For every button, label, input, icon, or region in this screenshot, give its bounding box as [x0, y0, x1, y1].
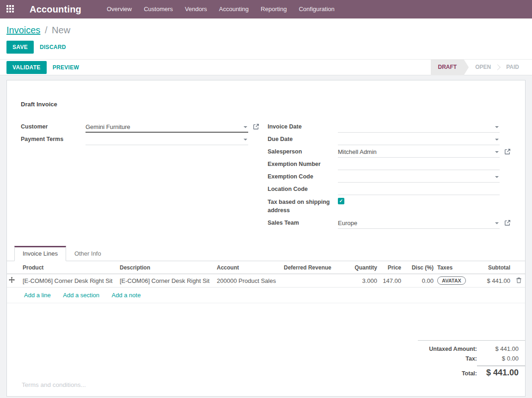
customer-input-wrap — [86, 122, 248, 133]
form-fields: Customer Payment Terms — [21, 122, 511, 230]
validate-button[interactable]: VALIDATE — [6, 61, 47, 74]
terms-section — [7, 380, 525, 396]
salesperson-label: Salesperson — [268, 147, 338, 155]
status-step-draft[interactable]: DRAFT — [431, 59, 469, 75]
invoice-lines-table: Product Description Account Deferred Rev… — [7, 261, 525, 288]
add-a-line-link[interactable]: Add a line — [24, 292, 51, 299]
due-date-label: Due Date — [268, 134, 338, 142]
field-customer: Customer — [21, 122, 268, 134]
payment-terms-input[interactable] — [86, 134, 241, 144]
sales-team-input[interactable] — [338, 218, 492, 227]
table-add-links: Add a line Add a section Add a note — [7, 288, 525, 303]
sales-team-label: Sales Team — [268, 218, 338, 226]
delete-column-header — [512, 261, 525, 274]
add-a-section-link[interactable]: Add a section — [63, 292, 99, 299]
nav-menu: Overview Customers Vendors Accounting Re… — [101, 0, 341, 18]
breadcrumb-separator: / — [45, 25, 48, 35]
col-product: Product — [21, 261, 118, 274]
status-step-paid[interactable]: PAID — [500, 59, 526, 75]
apps-grid-icon[interactable] — [6, 5, 15, 13]
chevron-down-icon[interactable] — [244, 139, 247, 141]
tab-other-info[interactable]: Other Info — [66, 246, 110, 261]
field-salesperson: Salesperson — [268, 147, 511, 159]
exemption-number-input[interactable] — [338, 159, 492, 169]
invoice-date-label: Invoice Date — [268, 122, 338, 130]
col-account: Account — [215, 261, 282, 274]
tax-shipping-checkbox[interactable]: ✓ — [338, 198, 344, 204]
table-row[interactable]: [E-COM06] Corner Desk Right Sit [E-COM06… — [7, 274, 525, 288]
untaxed-amount-value: $ 441.00 — [477, 345, 525, 352]
salesperson-external-link-icon[interactable] — [504, 148, 511, 155]
nav-item-accounting[interactable]: Accounting — [213, 0, 255, 18]
cell-deferred-revenue[interactable] — [282, 274, 342, 288]
cell-quantity[interactable]: 3.000 — [342, 274, 379, 288]
chevron-down-icon[interactable] — [244, 126, 247, 128]
nav-item-overview[interactable]: Overview — [101, 0, 138, 18]
sales-team-external-link-icon[interactable] — [504, 220, 511, 226]
exemption-code-label: Exemption Code — [268, 171, 338, 180]
col-taxes: Taxes — [435, 261, 476, 274]
cell-disc[interactable]: 0.00 — [403, 274, 435, 288]
chevron-down-icon[interactable] — [495, 176, 499, 178]
due-date-input[interactable] — [338, 134, 492, 144]
field-exemption-number: Exemption Number — [268, 159, 511, 171]
location-code-input[interactable] — [338, 184, 492, 194]
chevron-down-icon[interactable] — [495, 222, 499, 224]
tax-row: Tax: $ 0.00 — [418, 354, 525, 363]
cell-price[interactable]: 147.00 — [379, 274, 403, 288]
control-panel-buttons: SAVE DISCARD — [6, 41, 526, 54]
nav-item-customers[interactable]: Customers — [138, 0, 179, 18]
invoice-state-title: Draft Invoice — [21, 101, 511, 108]
breadcrumb: Invoices / New — [6, 25, 526, 36]
col-disc: Disc (%) — [403, 261, 435, 274]
save-button[interactable]: SAVE — [6, 41, 34, 54]
drag-handle-icon[interactable] — [7, 274, 21, 288]
chevron-down-icon[interactable] — [495, 126, 499, 128]
delete-line-trash-icon[interactable] — [512, 274, 525, 288]
due-date-input-wrap — [338, 134, 500, 145]
tax-badge[interactable]: AVATAX — [437, 276, 466, 285]
app-title[interactable]: Accounting — [30, 4, 81, 15]
totals-block: Untaxed Amount: $ 441.00 Tax: $ 0.00 Tot… — [418, 340, 525, 379]
status-step-open[interactable]: OPEN — [469, 59, 497, 75]
chevron-down-icon[interactable] — [495, 151, 499, 153]
breadcrumb-current: New — [52, 25, 70, 35]
nav-item-vendors[interactable]: Vendors — [179, 0, 213, 18]
payment-terms-label: Payment Terms — [21, 134, 86, 142]
breadcrumb-invoices-link[interactable]: Invoices — [6, 25, 40, 35]
salesperson-input[interactable] — [338, 147, 492, 156]
untaxed-amount-row: Untaxed Amount: $ 441.00 — [418, 344, 525, 354]
invoice-form-sheet: Draft Invoice Customer Payment Terms — [6, 80, 526, 397]
table-header-row: Product Description Account Deferred Rev… — [7, 261, 525, 274]
cell-product[interactable]: [E-COM06] Corner Desk Right Sit — [21, 274, 118, 288]
customer-external-link-icon[interactable] — [253, 123, 259, 130]
exemption-number-input-wrap — [338, 159, 500, 170]
cell-account[interactable]: 200000 Product Sales — [215, 274, 282, 288]
nav-item-configuration[interactable]: Configuration — [293, 0, 340, 18]
exemption-code-input[interactable] — [338, 171, 492, 181]
preview-button[interactable]: PREVIEW — [47, 61, 85, 74]
control-panel: Invoices / New SAVE DISCARD — [0, 18, 532, 59]
chevron-down-icon[interactable] — [495, 139, 499, 141]
customer-input[interactable] — [86, 122, 241, 131]
customer-label: Customer — [21, 122, 86, 130]
invoice-date-input-wrap — [338, 122, 500, 133]
top-navbar: Accounting Overview Customers Vendors Ac… — [0, 0, 532, 18]
field-payment-terms: Payment Terms — [21, 134, 268, 147]
terms-and-conditions-input[interactable] — [21, 380, 511, 390]
tab-invoice-lines[interactable]: Invoice Lines — [14, 246, 66, 261]
col-price: Price — [379, 261, 403, 274]
form-left-column: Customer Payment Terms — [21, 122, 268, 230]
status-pipeline: DRAFT OPEN PAID — [431, 60, 526, 75]
cell-subtotal[interactable]: $ 441.00 — [476, 274, 512, 288]
discard-button[interactable]: DISCARD — [34, 41, 72, 54]
col-deferred-revenue: Deferred Revenue — [282, 261, 342, 274]
field-tax-shipping: Tax based on shipping address ✓ — [268, 196, 511, 218]
cell-description[interactable]: [E-COM06] Corner Desk Right Sit — [118, 274, 215, 288]
invoice-date-input[interactable] — [338, 122, 492, 131]
salesperson-input-wrap — [338, 147, 500, 158]
total-label: Total: — [462, 370, 477, 377]
cell-taxes[interactable]: AVATAX — [435, 274, 476, 288]
nav-item-reporting[interactable]: Reporting — [255, 0, 293, 18]
add-a-note-link[interactable]: Add a note — [112, 292, 141, 299]
